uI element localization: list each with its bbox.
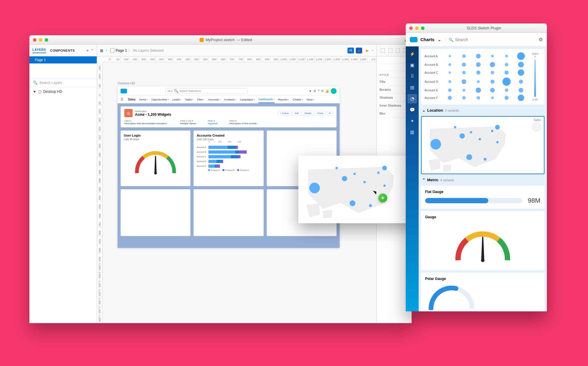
align-icon-2[interactable]	[388, 48, 392, 53]
nav-item-opportunities[interactable]: Opportunities ▾	[151, 96, 169, 103]
rail-layout-icon[interactable]: ▣	[407, 61, 417, 70]
search-placeholder: Search Salesforce	[180, 90, 201, 93]
help-icon[interactable]: ?	[318, 89, 319, 93]
minimize-window-icon[interactable]	[39, 38, 42, 42]
edit-button[interactable]: Edit	[292, 111, 301, 116]
close-window-icon[interactable]	[33, 38, 36, 42]
sf-global-search[interactable]: All ▾ Search Salesforce	[165, 88, 248, 94]
location-map-variant[interactable]: Sales	[421, 116, 544, 174]
delete-button[interactable]: Delete	[302, 111, 314, 116]
empty-card-3[interactable]	[193, 189, 263, 236]
search-placeholder: Search	[455, 37, 468, 42]
rail-config-icon[interactable]: ✦	[407, 116, 417, 126]
polar-gauge-variant[interactable]: Polar Gauge	[421, 273, 544, 311]
bubble-dot	[519, 80, 523, 84]
accounts-created-card[interactable]: Accounts Created Last 120 Days 020040060…	[193, 130, 263, 186]
empty-card-2[interactable]	[121, 189, 191, 236]
add-icon[interactable]: ⊞	[313, 89, 316, 93]
close-window-icon[interactable]	[409, 26, 413, 30]
flat-gauge-variant[interactable]: Flat Gauge 98M	[421, 186, 544, 209]
rail-table-icon[interactable]: ▤	[407, 83, 417, 92]
plugin-icon-down[interactable]: ↓	[356, 48, 362, 53]
window-traffic-lights[interactable]	[409, 26, 425, 30]
rail-bolt-icon[interactable]: ⚡	[407, 49, 417, 59]
map-bubble	[466, 154, 472, 160]
minimize-window-icon[interactable]	[415, 26, 419, 30]
chevron-down-icon[interactable]: ▾	[106, 49, 107, 52]
nav-item-more[interactable]: More ▾	[307, 96, 315, 103]
grid-icon[interactable]: ▦	[100, 48, 103, 53]
nav-item-campaigns[interactable]: Campaigns ▾	[240, 96, 255, 103]
align-icon-3[interactable]	[396, 48, 400, 53]
nav-item-chatter[interactable]: Chatter ▾	[293, 96, 303, 103]
card-subtitle: Last 120 Days	[197, 138, 260, 141]
plugin-icon-r[interactable]: R	[348, 48, 354, 53]
header-field: Field 2 (3) ▾Multiple Values	[180, 120, 196, 125]
usa-map	[425, 120, 513, 170]
nav-item-dashboards[interactable]: Dashboards ▾	[258, 98, 275, 103]
bubble-dot	[519, 88, 523, 93]
sf-app-nav: ⠿ Sales Home ▾Opportunities ▾Leads ▾Task…	[118, 96, 340, 103]
search-scope[interactable]: All ▾	[167, 90, 173, 93]
gear-icon[interactable]: ⚙	[539, 37, 543, 42]
bubble-dot	[490, 80, 495, 84]
breadcrumb-page[interactable]: Page 1	[116, 48, 127, 53]
bubble-row-label: Account C	[425, 71, 442, 74]
plugin-content[interactable]: Account ASales02.5BAccount BAccount CAcc…	[419, 46, 547, 311]
collapse-icon[interactable]: ⌃	[91, 48, 94, 53]
app-launcher-icon[interactable]: ⠿	[121, 98, 123, 102]
artboard-list-item[interactable]: ▼ ▢ Desktop HD	[29, 87, 97, 96]
nav-item-home[interactable]: Home ▾	[139, 96, 148, 103]
category-dropdown[interactable]: Charts	[420, 37, 435, 42]
section-title: Metric	[427, 178, 438, 182]
bar-row: Account D	[197, 160, 260, 163]
map-bubble	[353, 173, 356, 175]
nav-item-leads[interactable]: Leads ▾	[173, 96, 182, 103]
artboard-title-label[interactable]: Desktop HD	[118, 81, 135, 85]
nav-item-tasks[interactable]: Tasks ▾	[185, 96, 193, 103]
add-page-icon[interactable]: +	[86, 48, 89, 53]
gear-icon[interactable]: ⚙	[321, 89, 324, 93]
breadcrumb-separator: 〉	[128, 48, 132, 53]
disclosure-icon[interactable]: ▼	[33, 90, 36, 94]
avatar[interactable]	[331, 88, 337, 94]
rail-chart-icon[interactable]: ◔	[407, 94, 417, 103]
location-section-header[interactable]: ⌄ Location 2 variants	[421, 107, 544, 114]
overflow-button[interactable]: ▾	[327, 111, 333, 116]
bubble-dot	[449, 55, 451, 57]
notification-icon[interactable]: 🔔	[325, 89, 329, 93]
window-traffic-lights[interactable]	[33, 38, 48, 42]
rail-chat-icon[interactable]: 💬	[407, 105, 417, 115]
zoom-window-icon[interactable]	[421, 26, 425, 30]
metric-section-header[interactable]: ⌃ Metric 4 variants	[421, 177, 544, 183]
follow-button[interactable]: + Follow	[278, 111, 291, 116]
chevron-down-icon[interactable]: ▾	[372, 49, 373, 52]
drag-preview-card: Sales +	[298, 156, 422, 223]
align-icon[interactable]	[381, 48, 385, 53]
favorite-icon[interactable]: ★	[309, 89, 312, 93]
plugin-search[interactable]: Search	[445, 37, 536, 42]
chevron-down-icon[interactable]: ⌄	[437, 37, 441, 42]
components-tab[interactable]: COMPONENTS	[50, 49, 75, 52]
chevron-down-icon[interactable]: ⌄	[422, 108, 425, 113]
layers-tab[interactable]: LAYERS	[32, 48, 46, 53]
zoom-window-icon[interactable]	[45, 38, 48, 42]
rail-columns-icon[interactable]: ▥	[407, 127, 417, 137]
legend-product-a: Product A	[208, 169, 220, 171]
nav-item-accounts[interactable]: Accounts ▾	[208, 96, 220, 103]
nav-item-reports[interactable]: Reports ▾	[278, 96, 289, 103]
legend-product-b: Product B	[223, 169, 234, 171]
chevron-up-icon[interactable]: ⌃	[422, 178, 425, 182]
gauge-variant[interactable]: Gauge	[421, 211, 544, 270]
bubble-grid-card[interactable]: Account ASales02.5BAccount BAccount CAcc…	[421, 49, 544, 105]
section-count: 2 variants	[445, 109, 459, 112]
search-layers-input[interactable]: Search Layers	[29, 78, 97, 87]
play-icon[interactable]: ▶	[364, 48, 370, 53]
user-login-card[interactable]: User Login Last 30 Days	[121, 130, 191, 186]
nav-item-contacts[interactable]: Contacts ▾	[224, 96, 236, 103]
page-list-item[interactable]: Page 1	[29, 56, 97, 63]
nav-item-files[interactable]: Files ▾	[197, 96, 204, 103]
section-count: 4 variants	[440, 178, 454, 182]
clone-button[interactable]: Clone	[315, 111, 326, 116]
rail-grid-icon[interactable]: ⠿	[407, 72, 417, 81]
